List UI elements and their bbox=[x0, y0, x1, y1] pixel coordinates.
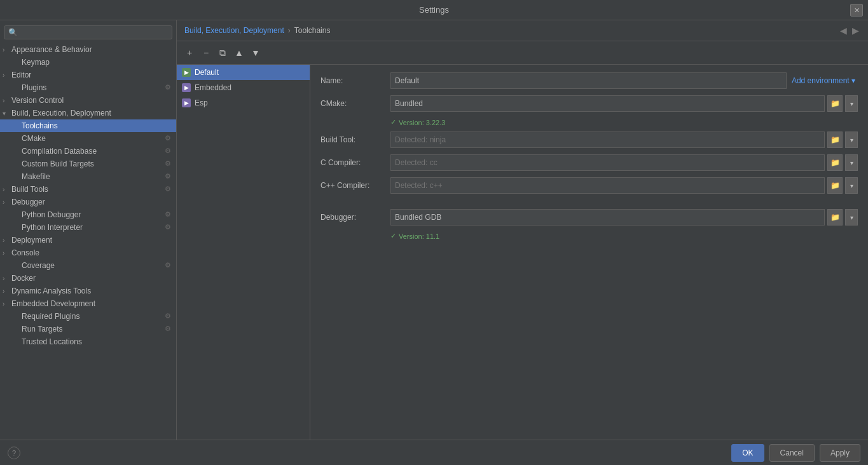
add-environment-button[interactable]: Add environment ▾ bbox=[789, 76, 858, 85]
arrow-icon: › bbox=[3, 300, 10, 307]
cpp-compiler-file-button[interactable]: 📁 bbox=[827, 177, 843, 194]
cpp-compiler-dropdown-button[interactable]: ▾ bbox=[845, 177, 858, 194]
toolchain-label-esp: Esp bbox=[195, 98, 208, 107]
build-tool-input[interactable] bbox=[390, 131, 825, 148]
sidebar-item-run-targets[interactable]: Run Targets⚙ bbox=[0, 323, 176, 335]
toolchain-item-esp[interactable]: ▶ Esp bbox=[177, 95, 310, 111]
cmake-dropdown-button[interactable]: ▾ bbox=[845, 95, 858, 112]
sidebar-item-label-cmake: CMake bbox=[22, 134, 165, 143]
c-compiler-label: C Compiler: bbox=[320, 158, 390, 167]
build-tool-dropdown-button[interactable]: ▾ bbox=[845, 131, 858, 148]
search-input[interactable] bbox=[4, 25, 172, 39]
ok-button[interactable]: OK bbox=[731, 444, 764, 462]
help-button[interactable]: ? bbox=[8, 447, 20, 459]
breadcrumb-separator: › bbox=[288, 26, 291, 35]
arrow-icon: ▾ bbox=[3, 110, 10, 117]
build-tool-label: Build Tool: bbox=[320, 135, 390, 144]
sidebar-item-label-deployment: Deployment bbox=[11, 236, 174, 245]
close-button[interactable]: ✕ bbox=[850, 4, 863, 17]
sidebar-item-label-dynamic-analysis: Dynamic Analysis Tools bbox=[11, 286, 174, 295]
debugger-version: ✓ Version: 11.1 bbox=[390, 232, 858, 240]
arrow-icon: › bbox=[3, 275, 10, 282]
sidebar-item-build-tools[interactable]: ›Build Tools⚙ bbox=[0, 183, 176, 196]
copy-toolchain-button[interactable]: ⧉ bbox=[215, 45, 230, 60]
sidebar-item-keymap[interactable]: Keymap bbox=[0, 56, 176, 69]
sidebar-item-label-embedded-dev: Embedded Development bbox=[11, 299, 174, 308]
sidebar-item-label-console: Console bbox=[11, 248, 174, 257]
toolchain-list: ▶ Default ▶ Embedded ▶ Esp bbox=[177, 65, 310, 440]
sidebar-item-editor[interactable]: ›Editor bbox=[0, 69, 176, 81]
sidebar-item-appearance[interactable]: ›Appearance & Behavior bbox=[0, 43, 176, 56]
sidebar-item-toolchains[interactable]: Toolchains bbox=[0, 119, 176, 132]
sidebar-item-python-debugger[interactable]: Python Debugger⚙ bbox=[0, 208, 176, 221]
name-input[interactable] bbox=[390, 72, 787, 89]
cmake-row: CMake: 📁 ▾ bbox=[320, 95, 858, 112]
debugger-version-check-icon: ✓ bbox=[390, 232, 396, 240]
sidebar-item-makefile[interactable]: Makefile⚙ bbox=[0, 170, 176, 183]
settings-icon: ⚙ bbox=[165, 312, 174, 321]
cancel-button[interactable]: Cancel bbox=[769, 444, 815, 462]
c-compiler-file-button[interactable]: 📁 bbox=[827, 154, 843, 171]
settings-icon: ⚙ bbox=[165, 172, 174, 181]
sidebar-item-version-control[interactable]: ›Version Control bbox=[0, 94, 176, 107]
sidebar-item-docker[interactable]: ›Docker bbox=[0, 272, 176, 285]
sidebar-item-python-interpreter[interactable]: Python Interpreter⚙ bbox=[0, 221, 176, 234]
sidebar-item-embedded-dev[interactable]: ›Embedded Development bbox=[0, 297, 176, 310]
c-compiler-input-wrap: 📁 ▾ bbox=[390, 154, 858, 171]
arrow-icon: › bbox=[3, 186, 10, 193]
sidebar-item-trusted-locations[interactable]: Trusted Locations bbox=[0, 335, 176, 348]
arrow-icon: › bbox=[3, 97, 10, 104]
apply-button[interactable]: Apply bbox=[820, 444, 860, 462]
sidebar-item-label-compilation-db: Compilation Database bbox=[22, 147, 165, 156]
sidebar-item-required-plugins[interactable]: Required Plugins⚙ bbox=[0, 310, 176, 323]
split-area: ▶ Default ▶ Embedded ▶ Esp Name: Add env… bbox=[177, 65, 868, 440]
cmake-file-button[interactable]: 📁 bbox=[827, 95, 843, 112]
add-toolchain-button[interactable]: + bbox=[182, 45, 197, 60]
debugger-input[interactable] bbox=[390, 209, 825, 226]
sidebar-item-label-build-execution: Build, Execution, Deployment bbox=[11, 109, 174, 118]
toolchain-item-default[interactable]: ▶ Default bbox=[177, 65, 310, 80]
settings-icon: ⚙ bbox=[165, 159, 174, 168]
move-up-button[interactable]: ▲ bbox=[231, 45, 247, 60]
sidebar-item-label-makefile: Makefile bbox=[22, 172, 165, 181]
toolchain-label-default: Default bbox=[195, 68, 219, 77]
c-compiler-input[interactable] bbox=[390, 154, 825, 171]
settings-icon: ⚙ bbox=[165, 134, 174, 143]
sidebar-item-debugger[interactable]: ›Debugger bbox=[0, 196, 176, 208]
nav-forward-button[interactable]: ▶ bbox=[851, 25, 860, 36]
sidebar-item-dynamic-analysis[interactable]: ›Dynamic Analysis Tools bbox=[0, 285, 176, 297]
arrow-icon: › bbox=[3, 72, 10, 79]
sidebar-item-label-plugins: Plugins bbox=[22, 83, 165, 92]
toolchain-area: + − ⧉ ▲ ▼ ▶ Default ▶ Embedded ▶ Esp bbox=[177, 41, 868, 440]
right-panel: Build, Execution, Deployment › Toolchain… bbox=[177, 20, 868, 440]
sidebar-item-console[interactable]: ›Console bbox=[0, 246, 176, 259]
sidebar-item-deployment[interactable]: ›Deployment bbox=[0, 234, 176, 246]
sidebar-item-label-trusted-locations: Trusted Locations bbox=[22, 337, 174, 346]
breadcrumb-parent[interactable]: Build, Execution, Deployment bbox=[184, 26, 284, 35]
sidebar-item-coverage[interactable]: Coverage⚙ bbox=[0, 259, 176, 272]
arrow-icon: › bbox=[3, 250, 10, 257]
cpp-compiler-input[interactable] bbox=[390, 177, 825, 194]
cmake-version: ✓ Version: 3.22.3 bbox=[390, 118, 858, 126]
c-compiler-dropdown-button[interactable]: ▾ bbox=[845, 154, 858, 171]
remove-toolchain-button[interactable]: − bbox=[198, 45, 214, 60]
cmake-version-check-icon: ✓ bbox=[390, 118, 396, 126]
arrow-icon: › bbox=[3, 288, 10, 295]
sidebar-item-cmake[interactable]: CMake⚙ bbox=[0, 132, 176, 145]
toolchain-item-embedded[interactable]: ▶ Embedded bbox=[177, 80, 310, 95]
sidebar-item-plugins[interactable]: Plugins⚙ bbox=[0, 81, 176, 94]
debugger-dropdown-button[interactable]: ▾ bbox=[845, 209, 858, 226]
nav-back-button[interactable]: ◀ bbox=[839, 25, 848, 36]
move-down-button[interactable]: ▼ bbox=[248, 45, 263, 60]
sidebar-item-custom-build[interactable]: Custom Build Targets⚙ bbox=[0, 158, 176, 170]
cmake-input[interactable] bbox=[390, 95, 825, 112]
sidebar-item-build-execution[interactable]: ▾Build, Execution, Deployment bbox=[0, 107, 176, 119]
name-input-wrap: Add environment ▾ bbox=[390, 72, 858, 89]
sidebar-item-compilation-db[interactable]: Compilation Database⚙ bbox=[0, 145, 176, 158]
settings-icon: ⚙ bbox=[165, 325, 174, 334]
build-tool-file-button[interactable]: 📁 bbox=[827, 131, 843, 148]
settings-icon: ⚙ bbox=[165, 223, 174, 232]
debugger-file-button[interactable]: 📁 bbox=[827, 209, 843, 226]
settings-icon: ⚙ bbox=[165, 83, 174, 92]
arrow-icon: › bbox=[3, 46, 10, 53]
